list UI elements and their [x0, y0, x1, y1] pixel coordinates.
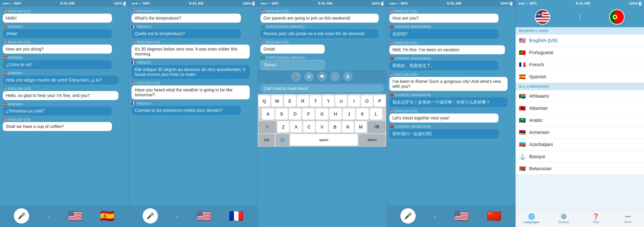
conversation-2: 🇺🇸 ENGLISH (US) What's the temperature? … [129, 7, 257, 205]
nav-help-icon: ❓ [592, 213, 599, 220]
key-x[interactable]: X [290, 121, 302, 133]
key-backspace[interactable]: ⌫ [368, 121, 386, 133]
lang-flag-spanish: 🇪🇸 [519, 73, 526, 80]
key-p[interactable]: P [374, 95, 386, 107]
conversation-3: 🇺🇸 ENGLISH (US) Our parents are going to… [258, 7, 386, 70]
key-i[interactable]: I [348, 95, 360, 107]
key-u[interactable]: U [335, 95, 347, 107]
lang-name-albanian: Albanian [529, 105, 548, 111]
lang-item-english[interactable]: 🇺🇸 English (US) [516, 34, 644, 47]
nav-languages[interactable]: 🌐 Languages [516, 213, 548, 224]
lang-label: 🇧🇷 PORTUGUESE (BRAZIL) [258, 25, 386, 29]
battery-1: 100% ▓ [114, 1, 126, 5]
lang-label: 🇺🇸 ENGLISH (US) [0, 118, 128, 122]
lang-item-portuguese[interactable]: 🇵🇹 Portuguese [516, 47, 644, 59]
key-shift[interactable]: ⇧ [258, 121, 276, 133]
time-4: 9:41 AM [447, 1, 461, 5]
lang-flag-1[interactable]: 🇺🇸 [68, 209, 82, 223]
lang-item-spanish[interactable]: 🇪🇸 Spanish [516, 71, 644, 83]
bubble: I've been to Rome! Such a gorgeous city!… [389, 77, 508, 91]
lang-label: 🇧🇷 PORTUGUESE (BRAZIL) [258, 56, 386, 60]
action-bubble[interactable]: 💬 [317, 72, 327, 81]
lang-item-afrikaans[interactable]: 🇿🇦 Afrikaans [516, 90, 644, 102]
nav-languages-label: Languages [524, 220, 540, 224]
chevron-2[interactable]: ⌄ [176, 213, 179, 219]
lang-swap-arrow[interactable]: ⟩ [579, 14, 581, 20]
key-n[interactable]: N [342, 121, 354, 133]
lang-item-armenian[interactable]: 🇦🇲 Armenian [516, 126, 644, 139]
key-v[interactable]: V [316, 121, 328, 133]
key-y[interactable]: Y [322, 95, 334, 107]
mic-button-4[interactable]: 🎤 [400, 208, 416, 224]
bubble: How are you? [389, 14, 498, 23]
lang-name-basque: Basque [529, 154, 545, 159]
key-k[interactable]: K [356, 108, 369, 120]
lang-item-basque[interactable]: ⚓ Basque [516, 151, 644, 163]
key-a[interactable]: A [262, 108, 274, 120]
nav-more[interactable]: ••• More [612, 213, 644, 224]
key-e[interactable]: E [284, 95, 296, 107]
nav-settings[interactable]: ⚙️ Settings [548, 213, 580, 224]
key-m[interactable]: M [355, 121, 367, 133]
battery-2: 100% ▓ [242, 1, 255, 5]
keyboard: Q W E R T Y U I O P A S D F G H J K L ⇧ … [258, 94, 386, 147]
lang-item-albanian[interactable]: 🇦🇱 Albanian [516, 102, 644, 114]
selected-lang-flag-2[interactable] [609, 9, 624, 25]
action-share[interactable]: ↑ [330, 72, 340, 81]
key-z[interactable]: Z [277, 121, 289, 133]
lang-flag-8[interactable]: 🇨🇳 [486, 209, 502, 223]
panel-2: ●●●○○ WiFi 9:41 AM 100% ▓ 🇺🇸 ENGLISH (US… [129, 0, 258, 227]
lang-label: 🇪🇸 SPANISH [0, 102, 128, 106]
key-h[interactable]: H [329, 108, 342, 120]
action-speaker[interactable]: 🔊 [291, 72, 301, 81]
key-j[interactable]: J [343, 108, 355, 120]
bubble: 我很好。我度假去了。 [389, 61, 498, 70]
lang-flag-3[interactable]: 🇺🇸 [196, 209, 212, 223]
key-d[interactable]: D [289, 108, 301, 120]
lang-item-french[interactable]: 🇫🇷 French [516, 59, 644, 71]
action-copy[interactable]: ⊞ [304, 72, 314, 81]
key-w[interactable]: W [271, 95, 283, 107]
key-r[interactable]: R [297, 95, 309, 107]
key-s[interactable]: S [275, 108, 288, 120]
time-2: 9:41 AM [189, 1, 204, 5]
battery-4: 100% ▓ [500, 1, 512, 5]
bubble: Connais-tu les prévisions météo pour dem… [132, 106, 241, 115]
lang-flag-4[interactable]: 🇫🇷 [229, 209, 244, 223]
key-l[interactable]: L [370, 108, 382, 120]
nav-help[interactable]: ❓ Help [580, 213, 612, 224]
key-o[interactable]: O [361, 95, 373, 107]
bubble: 明年我们一起旅行吧! [389, 129, 498, 139]
key-return[interactable]: return [359, 134, 386, 146]
lang-label: 🇪🇸 SPANISH [0, 25, 128, 29]
chevron-4[interactable]: ⌄ [433, 213, 437, 219]
lang-flag-2[interactable]: 🇪🇸 [100, 209, 115, 223]
selected-lang-flag-1[interactable]: ★★★ [535, 9, 550, 25]
mic-button-1[interactable]: 🎤 [14, 208, 29, 224]
key-f[interactable]: F [302, 108, 315, 120]
key-globe[interactable]: 🌐 [276, 134, 289, 146]
nav-more-label: More [624, 220, 632, 224]
key-space[interactable]: space [290, 134, 358, 146]
input-field[interactable]: Can't wait to meet them [260, 84, 384, 93]
lang-flag-7[interactable]: 🇺🇸 [454, 209, 469, 223]
key-t[interactable]: T [310, 95, 322, 107]
chevron-1[interactable]: ⌄ [46, 213, 50, 219]
action-delete[interactable]: 🗑 [343, 72, 353, 81]
lang-name-belarusian: Belarusian [529, 166, 552, 171]
time-1: 9:41 AM [60, 1, 74, 5]
bubble: Quelle est la température? [132, 29, 241, 38]
key-123[interactable]: 123 [258, 134, 275, 146]
lang-item-belarusian[interactable]: 🇧🇾 Belarusian [516, 163, 644, 175]
key-b[interactable]: B [329, 121, 341, 133]
key-g[interactable]: G [316, 108, 328, 120]
key-c[interactable]: C [303, 121, 315, 133]
lang-item-arabic[interactable]: 🇸🇦 Arabic [516, 114, 644, 126]
mic-button-2[interactable]: 🎤 [142, 208, 158, 224]
bubble: Great! [260, 45, 325, 54]
lang-item-azerbaijani[interactable]: 🇦🇿 Azerbaijani [516, 139, 644, 151]
bubble: ¿Tomamos un café? [3, 107, 112, 116]
key-q[interactable]: Q [258, 95, 270, 107]
lang-flag-afrikaans: 🇿🇦 [519, 93, 526, 99]
bubble: Let's travel together next year! [389, 113, 498, 123]
